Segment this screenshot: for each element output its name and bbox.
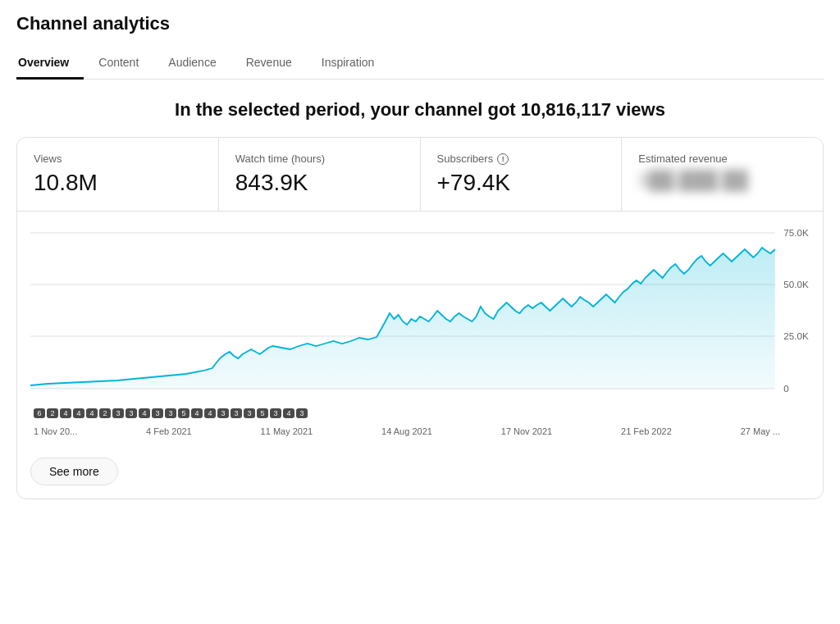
video-marker: 4 (73, 408, 84, 418)
x-label: 17 Nov 2021 (501, 426, 552, 436)
metric-subscribers-value: +79.4K (437, 170, 605, 196)
video-marker: 5 (257, 408, 268, 418)
tab-revenue[interactable]: Revenue (231, 48, 307, 80)
video-marker: 3 (244, 408, 255, 418)
video-marker: 3 (217, 408, 229, 418)
metric-watchtime-value: 843.9K (235, 170, 404, 196)
metrics-row: Views 10.8M Watch time (hours) 843.9K Su… (17, 138, 823, 212)
see-more-button[interactable]: See more (30, 458, 118, 485)
metric-watchtime-label: Watch time (hours) (235, 153, 404, 165)
metric-revenue-value: $██,███.██ (638, 170, 806, 191)
warning-icon: ! (497, 153, 509, 165)
metric-revenue: Estimated revenue $██,███.██ (622, 138, 823, 211)
x-label: 14 Aug 2021 (381, 426, 432, 436)
video-markers-row: 6 2 4 4 4 2 3 3 4 3 3 5 4 4 3 3 3 5 3 4 … (30, 405, 810, 420)
x-label: 4 Feb 2021 (146, 426, 192, 436)
page-title: Channel analytics (16, 13, 824, 34)
svg-text:75.0K: 75.0K (783, 228, 809, 238)
metric-subscribers-label: Subscribers ! (437, 153, 605, 165)
video-marker: 4 (86, 408, 98, 418)
chart-svg: 75.0K 50.0K 25.0K 0 (30, 225, 810, 405)
tab-content[interactable]: Content (84, 48, 153, 80)
video-marker: 3 (126, 408, 137, 418)
video-marker: 4 (191, 408, 203, 418)
tab-audience[interactable]: Audience (153, 48, 231, 80)
chart-area: 75.0K 50.0K 25.0K 0 (30, 225, 810, 405)
video-marker: 4 (139, 408, 150, 418)
metric-watchtime: Watch time (hours) 843.9K (219, 138, 421, 211)
chart-x-labels: 1 Nov 20... 4 Feb 2021 11 May 2021 14 Au… (30, 423, 810, 440)
metric-views: Views 10.8M (17, 138, 219, 211)
video-marker: 3 (152, 408, 163, 418)
video-marker: 4 (204, 408, 216, 418)
video-marker: 3 (165, 408, 176, 418)
video-marker: 5 (178, 408, 189, 418)
x-label: 11 May 2021 (261, 426, 313, 436)
svg-text:50.0K: 50.0K (783, 280, 809, 289)
video-marker: 3 (231, 408, 242, 418)
svg-text:0: 0 (783, 384, 788, 394)
metric-revenue-label: Estimated revenue (638, 153, 806, 165)
x-label: 1 Nov 20... (34, 426, 77, 436)
metric-views-label: Views (34, 153, 202, 165)
video-marker: 3 (270, 408, 281, 418)
metric-subscribers: Subscribers ! +79.4K (421, 138, 623, 211)
analytics-card: Views 10.8M Watch time (hours) 843.9K Su… (16, 137, 824, 499)
x-label: 21 Feb 2022 (621, 426, 672, 436)
video-marker: 4 (283, 408, 294, 418)
svg-text:25.0K: 25.0K (783, 331, 809, 341)
metric-views-value: 10.8M (34, 170, 202, 196)
video-marker: 3 (112, 408, 124, 418)
video-marker: 2 (47, 408, 58, 418)
video-marker: 3 (296, 408, 308, 418)
video-marker: 2 (99, 408, 111, 418)
chart-container: 75.0K 50.0K 25.0K 0 6 2 (17, 212, 823, 446)
summary-headline: In the selected period, your channel got… (16, 99, 824, 121)
tab-overview[interactable]: Overview (16, 48, 84, 80)
x-label: 27 May ... (741, 426, 780, 436)
tab-inspiration[interactable]: Inspiration (307, 48, 390, 80)
tabs-nav: Overview Content Audience Revenue Inspir… (16, 48, 824, 80)
video-marker: 4 (60, 408, 71, 418)
video-marker: 6 (34, 408, 45, 418)
